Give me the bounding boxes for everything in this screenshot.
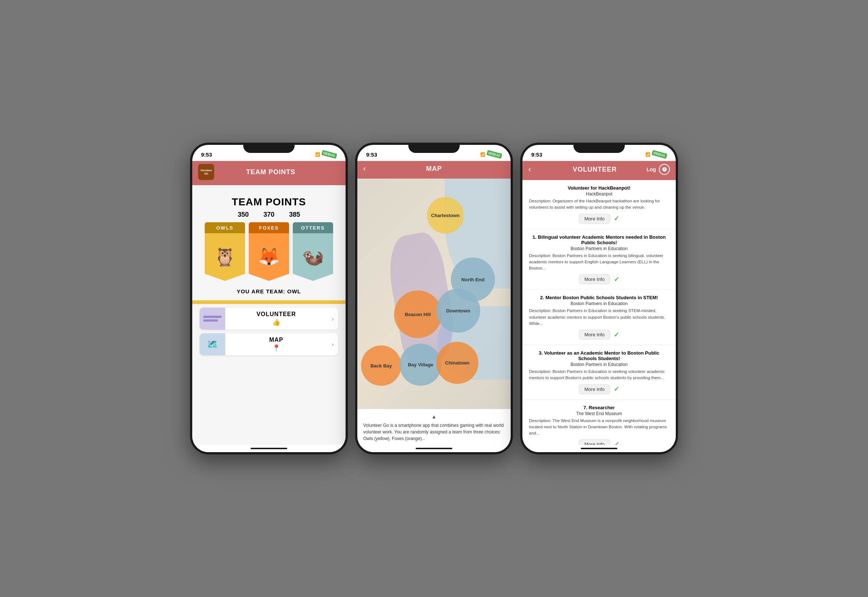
phone-team-points: 9:53 📶 DEBUG VolunteerGO TEAM POINTS TEA… [190,143,348,454]
more-info-hackbeanpot[interactable]: More Info [579,214,610,224]
check-hackbeanpot: ✓ [614,215,619,223]
map-circle-charlestown[interactable]: Charlestown [427,197,464,233]
phone-inner-2: 9:53 📶 DEBUG ‹ MAP [357,145,511,452]
volunteer-header-title: VOLUNTEER [543,166,647,174]
item-title-stem: 2. Mentor Boston Public Schools Students… [529,295,669,300]
banner-top-owls: OWLS [205,222,245,233]
phone-map: 9:53 📶 DEBUG ‹ MAP [355,143,513,454]
map-footer-text: Volunteer Go is a smartphone app that co… [363,422,505,442]
item-org-hackbeanpot: HackBeanpot [529,192,669,196]
phone-notch-3 [574,143,625,153]
time-3: 9:53 [531,151,542,158]
team-scores: 350 370 385 [238,211,300,218]
map-circle-back-bay[interactable]: Back Bay [361,345,401,386]
team-banner-foxes[interactable]: FOXES 🦊 [249,222,289,281]
score-owls: 350 [238,211,249,218]
map-thumb: 🗺️ [199,333,225,355]
downtown-label: Downtown [446,308,470,313]
item-org-stem: Boston Partners in Education [529,301,669,306]
phone1-body: TEAM POINTS 350 370 385 OWLS 🦉 FOXES 🦊 [192,185,346,445]
more-info-bilingual[interactable]: More Info [579,274,610,284]
map-nav-item[interactable]: 🗺️ MAP 📍 › [199,333,338,355]
map-circle-beacon-hill[interactable]: Beacon Hill [394,290,442,338]
home-bar-1 [192,445,346,452]
map-nav-title: MAP [231,337,321,343]
volunteer-item-academic: 3. Volunteer as an Academic Mentor to Bo… [522,345,676,400]
item-title-bilingual: 1. Bilingual volunteer Academic Mentors … [529,234,669,245]
map-header-title: MAP [378,165,490,173]
score-otters: 385 [289,211,300,218]
item-footer-academic: More Info ✓ [529,384,669,394]
volunteer-list: Volunteer for HackBeanpot! HackBeanpot D… [522,180,676,445]
team-points-main-title: TEAM POINTS [232,196,306,208]
team-banner-owls[interactable]: OWLS 🦉 [205,222,245,281]
check-academic: ✓ [614,385,619,393]
teams-container: OWLS 🦉 FOXES 🦊 OTTERS 🦦 [201,222,337,281]
item-desc-academic: Description: Boston Partners in Educatio… [529,368,669,382]
debug-badge-2: DEBUG [486,150,502,159]
phone1-nav: VOLUNTEER 👍 › 🗺️ MAP 📍 [192,304,346,359]
more-info-stem[interactable]: More Info [579,330,610,340]
banner-body-otters: 🦦 [293,233,333,281]
banner-top-foxes: FOXES [249,222,289,233]
phone-notch [243,143,294,153]
volunteer-nav-item[interactable]: VOLUNTEER 👍 › [199,308,338,330]
map-circle-downtown[interactable]: Downtown [436,289,480,333]
map-circle-chinatown[interactable]: Chinatown [436,342,479,384]
volunteer-item-hackbeanpot: Volunteer for HackBeanpot! HackBeanpot D… [522,180,676,229]
item-org-academic: Boston Partners in Education [529,362,669,367]
item-title-hackbeanpot: Volunteer for HackBeanpot! [529,185,669,191]
item-footer-stem: More Info ✓ [529,330,669,340]
map-nav-arrow: › [327,341,338,348]
debug-badge-3: DEBUG [651,150,667,159]
banner-body-foxes: 🦊 [249,233,289,281]
wifi-icon-3: 📶 [645,152,651,157]
phones-container: 9:53 📶 DEBUG VolunteerGO TEAM POINTS TEA… [0,0,868,597]
you-are-team: YOU ARE TEAM: OWL [236,288,301,294]
more-info-researcher[interactable]: More Info [579,439,610,445]
item-title-researcher: 7. Researcher [529,405,669,410]
phone-notch-2 [408,143,460,153]
phone-inner-3: 9:53 📶 DEBUG ‹ VOLUNTEER Log 🕐 Volunteer… [522,145,676,452]
map-icon: 📍 [231,344,321,352]
status-icons-2: 📶 DEBUG [480,152,502,157]
wifi-icon-2: 📶 [480,152,485,157]
volunteer-nav-arrow: › [327,315,338,323]
map-nav-content: MAP 📍 [225,337,327,352]
beacon-hill-label: Beacon Hill [405,312,431,317]
status-icons-3: 📶 DEBUG [645,152,667,157]
back-button-map[interactable]: ‹ [363,164,378,174]
banner-top-otters: OTTERS [293,222,333,233]
item-org-researcher: The West End Museum [529,411,669,416]
volunteer-nav-content: VOLUNTEER 👍 [225,311,327,327]
volunteer-icon: 👍 [231,318,321,327]
volunteer-item-stem: 2. Mentor Boston Public Schools Students… [522,290,676,345]
item-footer-hackbeanpot: More Info ✓ [529,214,669,224]
item-org-bilingual: Boston Partners in Education [529,246,669,251]
volunteer-thumb [199,308,225,330]
map-area[interactable]: Charlestown North End Beacon Hill Downto… [357,178,511,409]
bay-village-label: Bay Village [408,362,433,367]
volunteer-item-bilingual: 1. Bilingual volunteer Academic Mentors … [522,229,676,290]
map-circle-bay-village[interactable]: Bay Village [400,344,442,386]
team-banner-otters[interactable]: OTTERS 🦦 [293,222,333,281]
volunteer-nav-title: VOLUNTEER [231,311,321,318]
item-desc-hackbeanpot: Description: Organizers of the HackBeanp… [529,198,669,211]
phone-inner: 9:53 📶 DEBUG VolunteerGO TEAM POINTS TEA… [192,145,346,452]
time-1: 9:53 [201,151,212,158]
yellow-divider [192,300,346,304]
map-footer-up-arrow[interactable]: ▲ [363,413,505,420]
more-info-academic[interactable]: More Info [579,384,610,394]
map-footer: ▲ Volunteer Go is a smartphone app that … [357,409,511,445]
banner-body-owls: 🦉 [205,233,245,281]
clock-icon[interactable]: 🕐 [659,164,670,175]
phone3-header: ‹ VOLUNTEER Log 🕐 [522,161,676,180]
chinatown-label: Chinatown [445,360,469,365]
volunteer-go-logo: VolunteerGO [198,164,214,180]
time-2: 9:53 [366,151,377,158]
phone2-header: ‹ MAP [357,161,511,178]
item-desc-researcher: Description: The West End Museum is a no… [529,418,669,437]
back-button-volunteer[interactable]: ‹ [528,165,543,174]
status-icons-1: 📶 DEBUG [315,152,337,157]
item-footer-researcher: More Info ✓ [529,439,669,445]
